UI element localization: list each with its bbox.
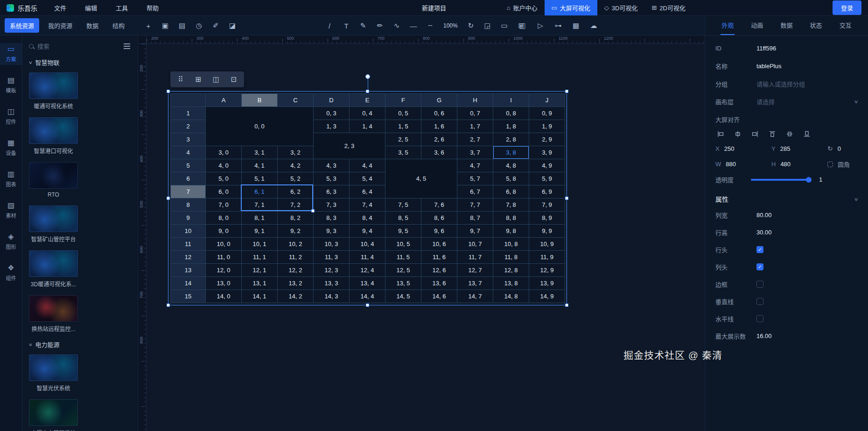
table-cell[interactable]: 9, 1 xyxy=(242,225,278,238)
table-cell[interactable]: 9, 5 xyxy=(385,225,421,238)
table-cell[interactable]: 12, 4 xyxy=(350,264,385,277)
pencil-tool-icon[interactable]: ✎ xyxy=(356,19,371,33)
export-table-icon[interactable]: ⊡ xyxy=(225,73,242,86)
search-input[interactable]: 搜索 xyxy=(29,42,119,50)
col-header-E[interactable]: E xyxy=(350,94,385,107)
canvas[interactable]: 200300400500600700800900100011001200 200… xyxy=(138,35,705,431)
table-cell[interactable]: 6, 1 xyxy=(242,185,278,198)
row-header-11[interactable]: 11 xyxy=(171,238,206,251)
tab-system-resources[interactable]: 系统资源 xyxy=(5,18,39,33)
tab-my-resources[interactable]: 我的资源 xyxy=(43,18,77,33)
table-cell[interactable]: 13, 5 xyxy=(385,277,421,290)
table-cell[interactable]: 13, 9 xyxy=(529,277,565,290)
table-cell[interactable]: 11, 1 xyxy=(242,251,278,264)
table-cell[interactable]: 9, 9 xyxy=(529,225,565,238)
line-tool-icon[interactable]: / xyxy=(322,19,337,33)
curve-tool-icon[interactable]: ∿ xyxy=(389,19,404,33)
table-cell[interactable]: 11, 3 xyxy=(314,251,350,264)
resize-handle[interactable] xyxy=(366,90,369,93)
table-cell[interactable]: 0, 7 xyxy=(457,107,493,120)
table-cell[interactable]: 9, 2 xyxy=(278,225,314,238)
table-cell[interactable]: 13, 8 xyxy=(493,277,529,290)
group-header[interactable]: ∨电力能源 xyxy=(29,340,131,349)
tab-state[interactable]: 状态 xyxy=(809,16,823,35)
components-grid-icon[interactable]: ▦ xyxy=(568,19,583,33)
resize-handle[interactable] xyxy=(167,197,170,200)
nav-2d-viz[interactable]: ⊞2D可视化 xyxy=(644,0,693,15)
table-cell[interactable]: 4, 4 xyxy=(350,159,385,172)
table-cell[interactable]: 6, 9 xyxy=(529,185,565,198)
table-cell[interactable]: 7, 8 xyxy=(493,198,529,212)
table-cell[interactable]: 3, 5 xyxy=(385,146,421,159)
w-value[interactable]: 880 xyxy=(726,161,736,168)
align-right-icon[interactable] xyxy=(750,129,760,139)
solid-line-icon[interactable]: — xyxy=(406,19,421,33)
table-cell[interactable]: 9, 8 xyxy=(493,225,529,238)
align-top-icon[interactable] xyxy=(767,129,777,139)
table-cell[interactable]: 10, 7 xyxy=(457,238,493,251)
table-cell[interactable]: 5, 3 xyxy=(314,172,350,185)
opacity-slider[interactable] xyxy=(751,179,812,181)
table-cell[interactable]: 6, 8 xyxy=(493,185,529,198)
app-logo[interactable]: 乐吾乐 xyxy=(0,3,45,13)
resource-thumbnail[interactable]: 暖通可视化系统 xyxy=(29,72,78,110)
checkbox[interactable] xyxy=(756,281,763,288)
table-cell[interactable]: 5, 9 xyxy=(529,172,565,185)
row-header-2[interactable]: 2 xyxy=(171,120,206,133)
resize-handle[interactable] xyxy=(565,197,568,200)
table-cell[interactable]: 10, 4 xyxy=(350,238,385,251)
table-cell[interactable]: 8, 1 xyxy=(242,212,278,225)
align-vertical-center-icon[interactable] xyxy=(784,129,795,139)
table-cell[interactable]: 1, 6 xyxy=(421,120,457,133)
table-cell[interactable]: 12, 5 xyxy=(385,264,421,277)
table-cell[interactable]: 8, 8 xyxy=(493,212,529,225)
format-brush-icon[interactable]: ✐ xyxy=(208,19,223,33)
table-cell[interactable]: 14, 1 xyxy=(242,290,278,303)
table-cell[interactable]: 12, 2 xyxy=(278,264,314,277)
table-cell[interactable]: 10, 9 xyxy=(529,238,565,251)
table-cell[interactable]: 9, 0 xyxy=(206,225,242,238)
eraser-icon[interactable]: ◪ xyxy=(225,19,240,33)
table-cell[interactable]: 11, 8 xyxy=(493,251,529,264)
row-header-6[interactable]: 6 xyxy=(171,172,206,185)
col-header-G[interactable]: G xyxy=(421,94,457,107)
cloud-icon[interactable]: ☁ xyxy=(586,19,601,33)
table-cell[interactable]: 13, 3 xyxy=(314,277,350,290)
row-header-5[interactable]: 5 xyxy=(171,159,206,172)
table-cell[interactable]: 10, 0 xyxy=(206,238,242,251)
fit-screen-icon[interactable]: ◲ xyxy=(480,19,495,33)
nav-big-screen-viz[interactable]: ▭大屏可视化 xyxy=(545,0,597,15)
property-value[interactable]: 16.00 xyxy=(756,332,772,339)
rail-components[interactable]: ❖组件 xyxy=(0,262,22,284)
rail-charts[interactable]: ▥图表 xyxy=(0,168,22,190)
rail-widgets[interactable]: ◫控件 xyxy=(0,106,22,127)
table-cell[interactable]: 1, 8 xyxy=(493,120,529,133)
tab-data[interactable]: 数据 xyxy=(779,16,793,35)
table-cell[interactable]: 0, 8 xyxy=(493,107,529,120)
col-header-A[interactable]: A xyxy=(206,94,242,107)
menu-item[interactable]: 工具 xyxy=(106,0,137,15)
table-cell[interactable]: 13, 6 xyxy=(421,277,457,290)
pen-tool-icon[interactable]: ✏ xyxy=(372,19,387,33)
row-header-13[interactable]: 13 xyxy=(171,264,206,277)
table-cell[interactable]: 14, 8 xyxy=(493,290,529,303)
save-icon[interactable]: ▣ xyxy=(158,19,173,33)
vertical-ruler[interactable]: 200300400500600700800 xyxy=(138,44,147,431)
nav-account-center[interactable]: ⌂账户中心 xyxy=(500,0,545,15)
table-cell[interactable]: 9, 4 xyxy=(350,225,385,238)
table-cell[interactable]: 13, 7 xyxy=(457,277,493,290)
history-icon[interactable]: ◷ xyxy=(191,19,206,33)
row-header-14[interactable]: 14 xyxy=(171,277,206,290)
zoom-level[interactable]: 100% xyxy=(440,22,462,29)
refresh-icon[interactable]: ↻ xyxy=(463,19,478,33)
table-cell[interactable]: 6, 0 xyxy=(206,185,242,198)
table-cell[interactable]: 5, 0 xyxy=(206,172,242,185)
col-header-J[interactable]: J xyxy=(529,94,565,107)
col-header-H[interactable]: H xyxy=(457,94,493,107)
table-cell[interactable]: 2, 3 xyxy=(314,133,385,159)
table-cell[interactable]: 7, 7 xyxy=(457,198,493,212)
table-cell[interactable]: 3, 1 xyxy=(242,146,278,159)
rail-scheme[interactable]: ▭方案 xyxy=(0,43,22,65)
row-header-8[interactable]: 8 xyxy=(171,198,206,212)
table-cell[interactable]: 4, 0 xyxy=(206,159,242,172)
